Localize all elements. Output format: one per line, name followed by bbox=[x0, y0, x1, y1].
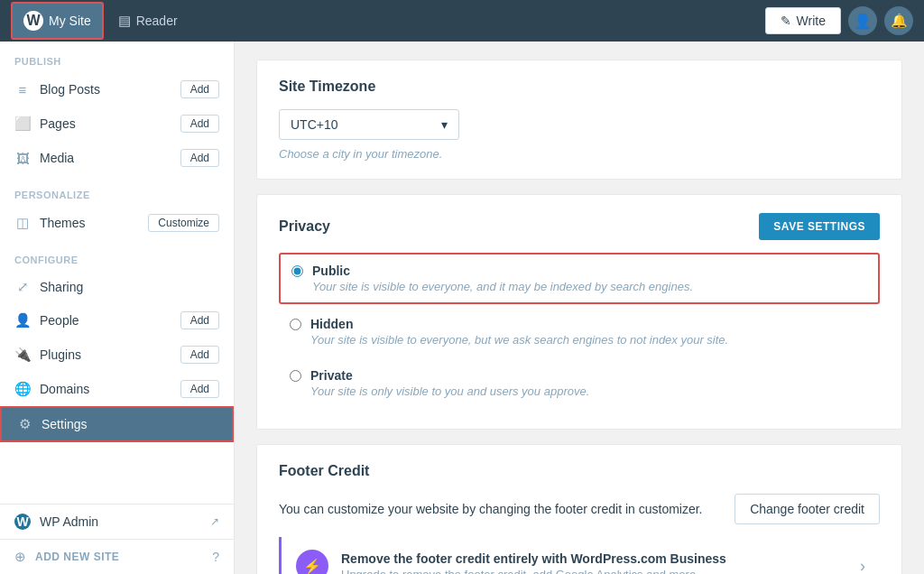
footer-credit-body: You can customize your website by changi… bbox=[279, 494, 880, 524]
sidebar-footer: W WP Admin ↗ ⊕ ADD NEW SITE ? bbox=[0, 504, 234, 574]
blog-posts-add-button[interactable]: Add bbox=[180, 80, 219, 98]
privacy-private-desc: Your site is only visible to you and use… bbox=[310, 384, 589, 398]
sidebar-item-themes[interactable]: ◫ Themes Customize bbox=[0, 206, 234, 240]
reader-icon: ▤ bbox=[118, 13, 131, 29]
user-avatar[interactable]: 👤 bbox=[848, 6, 877, 35]
sidebar-publish-section: Publish ≡ Blog Posts Add ⬜ Pages Add 🖼 M… bbox=[0, 42, 234, 175]
pages-add-button[interactable]: Add bbox=[180, 115, 219, 133]
bell-icon: 🔔 bbox=[891, 13, 908, 29]
sidebar-item-domains[interactable]: 🌐 Domains Add bbox=[0, 372, 234, 406]
media-label: Media bbox=[40, 151, 171, 165]
top-nav-left: W My Site ▤ Reader bbox=[11, 2, 189, 40]
change-footer-credit-button[interactable]: Change footer credit bbox=[735, 494, 880, 524]
blog-posts-label: Blog Posts bbox=[40, 82, 171, 97]
privacy-card-header: Privacy SAVE SETTINGS bbox=[279, 213, 880, 240]
privacy-public-label: Public bbox=[312, 264, 693, 278]
themes-icon: ◫ bbox=[14, 215, 31, 231]
notifications-button[interactable]: 🔔 bbox=[884, 6, 913, 35]
blog-posts-icon: ≡ bbox=[14, 82, 31, 97]
sidebar-item-sharing[interactable]: ⤢ Sharing bbox=[0, 271, 234, 303]
add-new-site-item[interactable]: ⊕ ADD NEW SITE ? bbox=[0, 539, 234, 574]
timezone-card: Site Timezone UTC+10 ▾ Choose a city in … bbox=[256, 60, 902, 180]
domains-label: Domains bbox=[40, 382, 171, 396]
reader-nav-item[interactable]: ▤ Reader bbox=[107, 5, 189, 36]
user-icon: 👤 bbox=[854, 13, 872, 30]
top-navigation: W My Site ▤ Reader ✎ Write 👤 🔔 bbox=[0, 0, 924, 42]
domains-icon: 🌐 bbox=[14, 381, 31, 397]
footer-credit-description: You can customize your website by changi… bbox=[279, 500, 703, 519]
main-content: Site Timezone UTC+10 ▾ Choose a city in … bbox=[235, 42, 924, 574]
wp-admin-item[interactable]: W WP Admin ↗ bbox=[0, 505, 234, 539]
media-add-button[interactable]: Add bbox=[180, 149, 219, 167]
plugins-add-button[interactable]: Add bbox=[180, 346, 219, 364]
themes-label: Themes bbox=[40, 216, 139, 230]
people-label: People bbox=[40, 313, 171, 328]
people-add-button[interactable]: Add bbox=[180, 311, 219, 329]
top-nav-right: ✎ Write 👤 🔔 bbox=[765, 6, 913, 35]
sidebar: Publish ≡ Blog Posts Add ⬜ Pages Add 🖼 M… bbox=[0, 42, 235, 574]
privacy-option-hidden[interactable]: Hidden Your site is visible to everyone,… bbox=[279, 308, 880, 356]
settings-label: Settings bbox=[42, 417, 217, 431]
footer-credit-title: Footer Credit bbox=[279, 463, 880, 479]
privacy-private-label: Private bbox=[310, 368, 589, 383]
write-label: Write bbox=[797, 14, 826, 28]
privacy-hidden-desc: Your site is visible to everyone, but we… bbox=[310, 333, 728, 347]
save-settings-button[interactable]: SAVE SETTINGS bbox=[759, 213, 880, 240]
timezone-select[interactable]: UTC+10 ▾ bbox=[279, 109, 459, 140]
main-layout: Publish ≡ Blog Posts Add ⬜ Pages Add 🖼 M… bbox=[0, 42, 924, 574]
star-icon: ⚡ bbox=[303, 558, 321, 575]
sharing-label: Sharing bbox=[40, 280, 219, 294]
sidebar-item-media[interactable]: 🖼 Media Add bbox=[0, 141, 234, 175]
domains-add-button[interactable]: Add bbox=[180, 380, 219, 398]
timezone-value: UTC+10 bbox=[291, 117, 338, 132]
privacy-card-title: Privacy bbox=[279, 218, 330, 235]
upgrade-text: Remove the footer credit entirely with W… bbox=[341, 551, 847, 575]
sidebar-item-pages[interactable]: ⬜ Pages Add bbox=[0, 106, 234, 141]
footer-credit-card: Footer Credit You can customize your web… bbox=[256, 444, 902, 574]
privacy-hidden-content: Hidden Your site is visible to everyone,… bbox=[310, 317, 728, 347]
privacy-radio-hidden[interactable] bbox=[290, 319, 301, 330]
timezone-card-title: Site Timezone bbox=[279, 79, 880, 95]
pages-icon: ⬜ bbox=[14, 116, 31, 132]
write-button[interactable]: ✎ Write bbox=[765, 7, 841, 34]
upgrade-subtitle: Upgrade to remove the footer credit, add… bbox=[341, 568, 847, 575]
pages-label: Pages bbox=[40, 116, 171, 131]
plugins-label: Plugins bbox=[40, 347, 171, 362]
privacy-card: Privacy SAVE SETTINGS Public Your site i… bbox=[256, 194, 902, 430]
add-new-site-label: ADD NEW SITE bbox=[35, 551, 119, 563]
privacy-radio-public[interactable] bbox=[291, 265, 303, 277]
upgrade-icon: ⚡ bbox=[296, 550, 328, 574]
upgrade-banner[interactable]: ⚡ Remove the footer credit entirely with… bbox=[279, 537, 880, 574]
sidebar-configure-section: Configure ⤢ Sharing 👤 People Add 🔌 Plugi… bbox=[0, 240, 234, 442]
sharing-icon: ⤢ bbox=[14, 279, 31, 295]
publish-section-label: Publish bbox=[0, 42, 234, 72]
upgrade-title: Remove the footer credit entirely with W… bbox=[341, 551, 847, 566]
sidebar-item-people[interactable]: 👤 People Add bbox=[0, 303, 234, 338]
privacy-hidden-label: Hidden bbox=[310, 317, 728, 331]
privacy-radio-private[interactable] bbox=[290, 370, 301, 382]
my-site-nav-item[interactable]: W My Site bbox=[11, 2, 104, 40]
external-link-icon: ↗ bbox=[210, 515, 219, 528]
privacy-option-public[interactable]: Public Your site is visible to everyone,… bbox=[279, 253, 880, 304]
personalize-section-label: Personalize bbox=[0, 175, 234, 206]
settings-icon: ⚙ bbox=[16, 416, 32, 432]
configure-section-label: Configure bbox=[0, 240, 234, 271]
reader-label: Reader bbox=[136, 14, 178, 28]
chevron-down-icon: ▾ bbox=[441, 117, 448, 132]
add-site-icon: ⊕ bbox=[14, 549, 26, 565]
timezone-hint: Choose a city in your timezone. bbox=[279, 147, 880, 161]
sidebar-item-blog-posts[interactable]: ≡ Blog Posts Add bbox=[0, 72, 234, 106]
sidebar-item-plugins[interactable]: 🔌 Plugins Add bbox=[0, 338, 234, 372]
privacy-private-content: Private Your site is only visible to you… bbox=[310, 368, 589, 398]
wp-admin-icon: W bbox=[14, 514, 31, 530]
my-site-label: My Site bbox=[49, 14, 91, 28]
edit-icon: ✎ bbox=[781, 14, 791, 28]
privacy-option-private[interactable]: Private Your site is only visible to you… bbox=[279, 359, 880, 407]
people-icon: 👤 bbox=[14, 312, 31, 329]
media-icon: 🖼 bbox=[14, 151, 31, 166]
sidebar-personalize-section: Personalize ◫ Themes Customize bbox=[0, 175, 234, 240]
themes-customize-button[interactable]: Customize bbox=[148, 214, 219, 232]
sidebar-item-settings[interactable]: ⚙ Settings bbox=[0, 406, 234, 442]
plugins-icon: 🔌 bbox=[14, 347, 31, 363]
privacy-public-desc: Your site is visible to everyone, and it… bbox=[312, 280, 693, 293]
